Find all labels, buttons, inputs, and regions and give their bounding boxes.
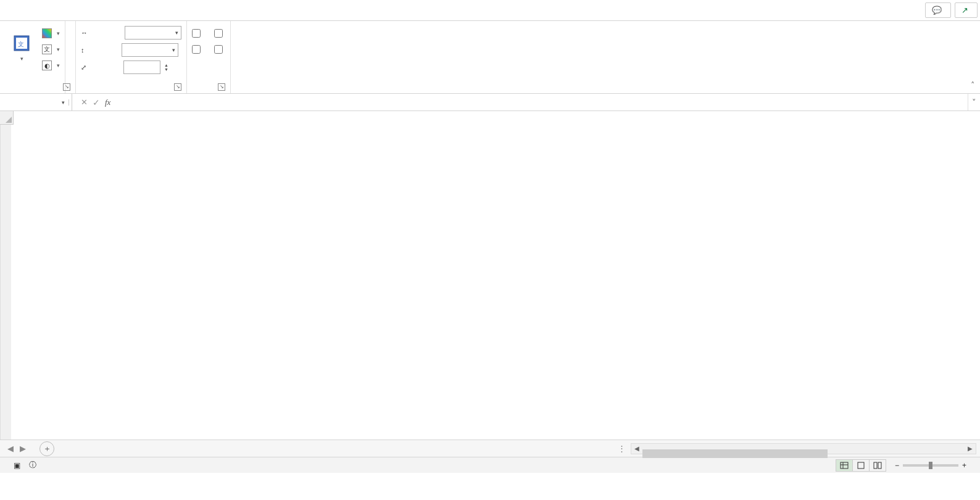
ribbon-group-arrange xyxy=(231,21,241,93)
select-all-corner[interactable] xyxy=(0,111,14,125)
svg-rect-6 xyxy=(858,462,864,469)
group-label-sheet-options: ↘ xyxy=(192,90,225,92)
svg-rect-7 xyxy=(874,462,877,469)
scale-spinner[interactable]: ▲▼ xyxy=(164,63,168,72)
svg-rect-3 xyxy=(841,462,848,469)
zoom-out-button[interactable]: − xyxy=(895,461,899,470)
scale-launcher[interactable]: ↘ xyxy=(174,83,181,91)
name-box[interactable]: ▾ xyxy=(0,99,69,106)
enter-icon[interactable]: ✓ xyxy=(93,98,100,107)
headings-view-checkbox[interactable] xyxy=(214,29,223,38)
fonts-button[interactable]: 文 ▾ xyxy=(42,42,60,57)
status-bar: ▣ ⓘ − + xyxy=(0,457,980,473)
expand-formula-bar[interactable]: ˅ xyxy=(968,94,980,110)
effects-button[interactable]: ◐ ▾ xyxy=(42,58,60,73)
normal-view-button[interactable] xyxy=(836,459,853,472)
group-label-themes xyxy=(5,90,60,92)
share-icon: ↗ xyxy=(961,6,968,15)
sheet-tab-bar: ◀ ▶ ＋ ⋮ ◀ ▶ xyxy=(0,440,980,457)
page-layout-view-button[interactable] xyxy=(852,459,870,472)
horizontal-scrollbar[interactable]: ◀ ▶ xyxy=(631,443,976,454)
zoom-slider[interactable]: − + xyxy=(895,461,966,470)
height-arrows-icon: ↕ xyxy=(81,46,85,54)
colors-button[interactable]: ▾ xyxy=(42,26,60,41)
add-sheet-button[interactable]: ＋ xyxy=(39,441,54,456)
sheet-options-launcher[interactable]: ↘ xyxy=(218,83,225,91)
colors-icon xyxy=(42,28,52,38)
themes-button[interactable]: 文 ▾ xyxy=(5,23,38,72)
scale-input[interactable] xyxy=(123,60,160,74)
fonts-icon: 文 xyxy=(42,44,52,54)
sheet-nav-prev[interactable]: ◀ xyxy=(7,444,14,453)
formula-input[interactable] xyxy=(117,94,968,110)
group-label-scale: ↘ xyxy=(81,90,181,92)
zoom-in-button[interactable]: + xyxy=(962,461,966,470)
height-combo[interactable]: ▾ xyxy=(122,43,178,57)
width-arrows-icon: ↔ xyxy=(81,29,88,36)
chevron-down-icon: ▾ xyxy=(175,30,178,36)
gridlines-view-checkbox[interactable] xyxy=(192,29,201,38)
scroll-right-icon[interactable]: ▶ xyxy=(965,445,976,452)
ribbon-group-page-setup: ↘ xyxy=(65,21,76,93)
comment-icon: 💬 xyxy=(932,6,942,15)
chevron-down-icon: ▾ xyxy=(62,99,65,106)
chevron-down-icon: ▾ xyxy=(20,56,23,62)
menu-bar: 💬 ↗ xyxy=(0,0,980,21)
accessibility-status[interactable]: ⓘ xyxy=(29,460,36,470)
ribbon-group-scale: ↔ ▾ ↕ ▾ ⤢ ▲▼ xyxy=(76,21,187,93)
width-combo[interactable]: ▾ xyxy=(125,26,181,40)
ribbon: 文 ▾ ▾ 文 ▾ ◐ ▾ xyxy=(0,21,980,94)
comments-button[interactable]: 💬 xyxy=(925,2,951,18)
ribbon-group-sheet-options: ↘ xyxy=(187,21,231,93)
cancel-icon[interactable]: ✕ xyxy=(81,98,88,107)
fx-icon[interactable]: fx xyxy=(105,98,110,107)
formula-bar: ▾ ✕ ✓ fx ˅ xyxy=(0,94,980,111)
page-setup-launcher[interactable]: ↘ xyxy=(63,83,70,91)
chevron-down-icon: ▾ xyxy=(172,47,175,53)
headings-print-checkbox[interactable] xyxy=(214,45,223,54)
svg-rect-8 xyxy=(878,462,881,469)
ribbon-group-themes: 文 ▾ ▾ 文 ▾ ◐ ▾ xyxy=(0,21,65,93)
macro-icon[interactable]: ▣ xyxy=(14,461,20,470)
gridlines-print-checkbox[interactable] xyxy=(192,45,201,54)
scale-icon: ⤢ xyxy=(81,64,86,72)
page-break-view-button[interactable] xyxy=(869,459,886,472)
accessibility-icon: ⓘ xyxy=(29,460,36,469)
svg-text:文: 文 xyxy=(18,41,24,48)
collapse-ribbon-button[interactable]: ˄ xyxy=(971,80,975,90)
vertical-scrollbar[interactable] xyxy=(0,125,11,440)
scroll-left-icon[interactable]: ◀ xyxy=(631,445,642,452)
effects-icon: ◐ xyxy=(42,60,52,70)
sheet-nav-next[interactable]: ▶ xyxy=(20,444,26,453)
share-button[interactable]: ↗ xyxy=(955,2,978,18)
themes-icon: 文 xyxy=(12,33,31,53)
